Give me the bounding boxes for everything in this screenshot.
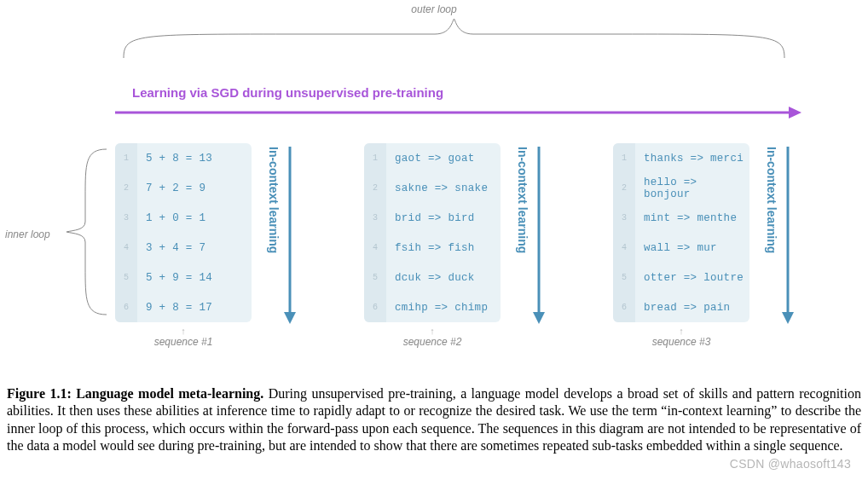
example-row: 6cmihp => chimp bbox=[364, 292, 501, 322]
inner-loop-label: inner loop bbox=[5, 228, 50, 240]
row-index: 2 bbox=[613, 173, 635, 203]
sgd-training-label: Learning via SGD during unsupervised pre… bbox=[132, 85, 443, 100]
row-index: 5 bbox=[115, 263, 137, 292]
up-arrow-icon: ↑ bbox=[613, 327, 749, 334]
row-index: 5 bbox=[364, 263, 386, 292]
example-row: 2hello => bonjour bbox=[613, 173, 749, 203]
sequence-caption: sequence #3 bbox=[613, 336, 749, 348]
example-row: 5dcuk => duck bbox=[364, 263, 501, 292]
row-index: 4 bbox=[364, 233, 386, 263]
svg-marker-1 bbox=[789, 107, 801, 119]
row-index: 1 bbox=[613, 143, 635, 173]
row-value: brid => bird bbox=[386, 212, 501, 224]
row-value: 9 + 8 = 17 bbox=[137, 302, 252, 314]
svg-marker-7 bbox=[782, 312, 794, 324]
sequence-block-3: 1thanks => merci 2hello => bonjour 3mint… bbox=[613, 143, 811, 348]
example-row: 3mint => menthe bbox=[613, 203, 749, 233]
row-index: 6 bbox=[613, 292, 635, 322]
sequence-caption: sequence #2 bbox=[364, 336, 501, 348]
example-row: 43 + 4 = 7 bbox=[115, 233, 252, 263]
in-context-arrow: In-context learning bbox=[267, 143, 301, 322]
example-row: 27 + 2 = 9 bbox=[115, 173, 252, 203]
sequence-block-2: 1gaot => goat 2sakne => snake 3brid => b… bbox=[364, 143, 562, 348]
example-row: 4wall => mur bbox=[613, 233, 749, 263]
row-index: 1 bbox=[115, 143, 137, 173]
example-row: 3brid => bird bbox=[364, 203, 501, 233]
svg-marker-3 bbox=[284, 312, 296, 324]
row-index: 2 bbox=[364, 173, 386, 203]
in-context-label: In-context learning bbox=[267, 143, 283, 253]
sequence-card: 1gaot => goat 2sakne => snake 3brid => b… bbox=[364, 143, 501, 322]
row-value: thanks => merci bbox=[635, 153, 749, 165]
svg-marker-5 bbox=[533, 312, 545, 324]
figure-caption: Figure 1.1: Language model meta-learning… bbox=[7, 385, 861, 455]
row-index: 2 bbox=[115, 173, 137, 203]
in-context-arrow: In-context learning bbox=[516, 143, 550, 322]
sequences-container: 15 + 8 = 13 27 + 2 = 9 31 + 0 = 1 43 + 4… bbox=[115, 143, 811, 348]
figure-caption-lead: Figure 1.1: Language model meta-learning… bbox=[7, 386, 263, 401]
row-index: 3 bbox=[115, 203, 137, 233]
sequence-caption: sequence #1 bbox=[115, 336, 252, 348]
row-index: 4 bbox=[115, 233, 137, 263]
row-value: 5 + 8 = 13 bbox=[137, 153, 252, 165]
row-value: dcuk => duck bbox=[386, 272, 501, 284]
example-row: 69 + 8 = 17 bbox=[115, 292, 252, 322]
in-context-label: In-context learning bbox=[765, 143, 781, 253]
up-arrow-icon: ↑ bbox=[364, 327, 501, 334]
example-row: 55 + 9 = 14 bbox=[115, 263, 252, 292]
example-row: 15 + 8 = 13 bbox=[115, 143, 252, 173]
example-row: 5otter => loutre bbox=[613, 263, 749, 292]
inner-loop-brace bbox=[60, 147, 111, 317]
row-value: mint => menthe bbox=[635, 212, 749, 224]
row-value: 3 + 4 = 7 bbox=[137, 242, 252, 254]
row-value: bread => pain bbox=[635, 302, 749, 314]
row-value: otter => loutre bbox=[635, 272, 749, 284]
example-row: 1gaot => goat bbox=[364, 143, 501, 173]
watermark: CSDN @whaosoft143 bbox=[730, 457, 851, 471]
row-value: 1 + 0 = 1 bbox=[137, 212, 252, 224]
example-row: 2sakne => snake bbox=[364, 173, 501, 203]
sequence-caption-wrap: ↑ sequence #2 bbox=[364, 327, 501, 348]
row-index: 6 bbox=[364, 292, 386, 322]
row-value: fsih => fish bbox=[386, 242, 501, 254]
row-value: 7 + 2 = 9 bbox=[137, 182, 252, 194]
example-row: 31 + 0 = 1 bbox=[115, 203, 252, 233]
outer-loop-label: outer loop bbox=[411, 3, 456, 15]
row-value: 5 + 9 = 14 bbox=[137, 272, 252, 284]
example-row: 6bread => pain bbox=[613, 292, 749, 322]
row-index: 3 bbox=[364, 203, 386, 233]
example-row: 4fsih => fish bbox=[364, 233, 501, 263]
in-context-arrow: In-context learning bbox=[765, 143, 799, 322]
sequence-caption-wrap: ↑ sequence #1 bbox=[115, 327, 252, 348]
figure-diagram: outer loop Learning via SGD during unsup… bbox=[0, 0, 868, 384]
row-value: sakne => snake bbox=[386, 182, 501, 194]
sequence-card: 15 + 8 = 13 27 + 2 = 9 31 + 0 = 1 43 + 4… bbox=[115, 143, 252, 322]
row-index: 3 bbox=[613, 203, 635, 233]
row-index: 5 bbox=[613, 263, 635, 292]
row-value: wall => mur bbox=[635, 242, 749, 254]
row-value: cmihp => chimp bbox=[386, 302, 501, 314]
row-value: hello => bonjour bbox=[635, 176, 749, 200]
outer-loop-brace bbox=[119, 17, 789, 60]
sequence-caption-wrap: ↑ sequence #3 bbox=[613, 327, 749, 348]
row-value: gaot => goat bbox=[386, 153, 501, 165]
up-arrow-icon: ↑ bbox=[115, 327, 252, 334]
row-index: 6 bbox=[115, 292, 137, 322]
example-row: 1thanks => merci bbox=[613, 143, 749, 173]
row-index: 1 bbox=[364, 143, 386, 173]
in-context-label: In-context learning bbox=[516, 143, 532, 253]
sequence-card: 1thanks => merci 2hello => bonjour 3mint… bbox=[613, 143, 749, 322]
sequence-block-1: 15 + 8 = 13 27 + 2 = 9 31 + 0 = 1 43 + 4… bbox=[115, 143, 313, 348]
row-index: 4 bbox=[613, 233, 635, 263]
sgd-arrow bbox=[115, 107, 797, 119]
